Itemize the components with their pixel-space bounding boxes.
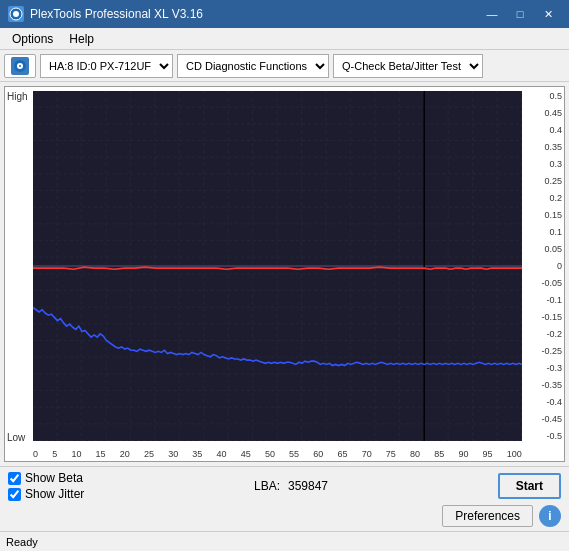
show-beta-label: Show Beta <box>25 471 83 485</box>
show-jitter-item: Show Jitter <box>8 487 84 501</box>
statusbar: Ready <box>0 531 569 551</box>
maximize-button[interactable]: □ <box>507 4 533 24</box>
svg-point-1 <box>13 11 19 17</box>
show-beta-item: Show Beta <box>8 471 84 485</box>
menu-help[interactable]: Help <box>61 30 102 48</box>
bottom-row3: Preferences i <box>8 505 561 527</box>
bottom-panel: Show Beta Show Jitter LBA: 359847 Start … <box>0 466 569 531</box>
toolbar: HA:8 ID:0 PX-712UF CD Diagnostic Functio… <box>0 50 569 82</box>
show-jitter-label: Show Jitter <box>25 487 84 501</box>
menubar: Options Help <box>0 28 569 50</box>
drive-selector-btn[interactable] <box>4 54 36 78</box>
start-button[interactable]: Start <box>498 473 561 499</box>
y-label-high: High <box>7 91 28 102</box>
chart-plot <box>33 91 522 441</box>
show-jitter-checkbox[interactable] <box>8 488 21 501</box>
app-title: PlexTools Professional XL V3.16 <box>30 7 203 21</box>
info-button[interactable]: i <box>539 505 561 527</box>
y-axis-right-labels: 0.5 0.45 0.4 0.35 0.3 0.25 0.2 0.15 0.1 … <box>541 91 562 441</box>
show-beta-checkbox[interactable] <box>8 472 21 485</box>
function-dropdown[interactable]: CD Diagnostic Functions <box>177 54 329 78</box>
status-text: Ready <box>6 536 38 548</box>
checkbox-group: Show Beta Show Jitter <box>8 471 84 501</box>
lba-group: LBA: 359847 <box>254 479 328 493</box>
drive-dropdown[interactable]: HA:8 ID:0 PX-712UF <box>40 54 173 78</box>
window-controls: — □ ✕ <box>479 4 561 24</box>
svg-point-4 <box>19 65 21 67</box>
minimize-button[interactable]: — <box>479 4 505 24</box>
menu-options[interactable]: Options <box>4 30 61 48</box>
lba-value: 359847 <box>288 479 328 493</box>
app-icon <box>8 6 24 22</box>
x-axis-labels: 0 5 10 15 20 25 30 35 40 45 50 55 60 65 … <box>33 449 522 459</box>
chart-container: High Low <box>4 86 565 462</box>
main-area: High Low <box>0 82 569 551</box>
preferences-button[interactable]: Preferences <box>442 505 533 527</box>
drive-icon <box>11 57 29 75</box>
lba-label: LBA: <box>254 479 280 493</box>
test-dropdown[interactable]: Q-Check Beta/Jitter Test <box>333 54 483 78</box>
y-label-low: Low <box>7 432 25 443</box>
bottom-row1: Show Beta Show Jitter LBA: 359847 Start <box>8 471 561 501</box>
close-button[interactable]: ✕ <box>535 4 561 24</box>
titlebar: PlexTools Professional XL V3.16 — □ ✕ <box>0 0 569 28</box>
